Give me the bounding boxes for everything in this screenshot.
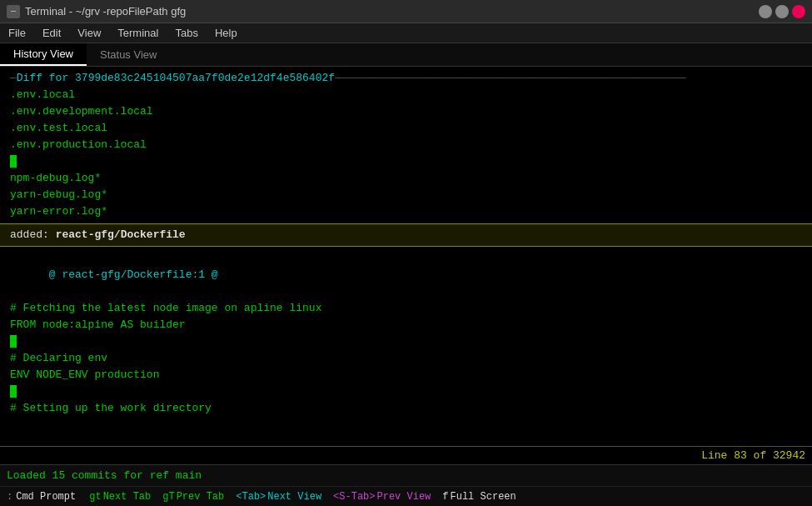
menu-terminal[interactable]: Terminal [109,25,167,41]
main-content: — Diff for 3799de83c245104507aa7f0de2e12… [0,67,812,506]
diff-header: — Diff for 3799de83c245104507aa7f0de2e12… [0,70,812,87]
titlebar-left: — Terminal - ~/grv -repoFilePath gfg [7,5,186,18]
close-button[interactable]: × [792,5,805,18]
menu-tabs[interactable]: Tabs [167,25,206,41]
line-env-test: .env.test.local [0,120,812,137]
line-env-local: .env.local [0,87,812,103]
kb-stab-label: Prev View [377,491,431,503]
line-comment-fetch: # Fetching the latest node image on apli… [0,300,812,317]
titlebar: — Terminal - ~/grv -repoFilePath gfg _ □… [0,0,812,23]
kb-tab-key: <Tab> [236,491,266,503]
menubar: File Edit View Terminal Tabs Help [0,23,812,43]
tabbar: History View Status View [0,43,812,67]
line-env-prod: .env.production.local [0,137,812,153]
line-comment-workdir: # Setting up the work directory [0,400,812,417]
titlebar-controls: _ □ × [759,5,805,18]
kb-gt-label: Next Tab [103,491,152,503]
code-area: — Diff for 3799de83c245104507aa7f0de2e12… [0,67,812,446]
statusbar: Loaded 15 commits for ref main [0,464,812,486]
keybindings-bar: : Cmd Prompt gt Next Tab gT Prev Tab <Ta… [0,486,812,506]
line-from: FROM node:alpine AS builder [0,317,812,333]
maximize-button[interactable]: □ [775,5,789,18]
line-blank-cursor-2 [0,333,812,350]
menu-view[interactable]: View [69,25,109,41]
line-indicator-bar: Line 83 of 32942 [0,446,812,464]
cursor-block-1 [10,155,17,168]
line-env-node: ENV NODE_ENV production [0,367,812,383]
line-npm-debug: npm-debug.log* [0,170,812,187]
tab-status-view[interactable]: Status View [87,43,170,66]
kb-gT-key: gT [162,491,174,503]
line-indicator: Line 83 of 32942 [701,449,805,462]
window-title: Terminal - ~/grv -repoFilePath gfg [25,5,186,18]
kb-stab-key: <S-Tab> [333,491,375,503]
kb-fullscreen-label: Full Screen [451,491,516,503]
line-blank-cursor-1 [0,153,812,170]
statusbar-text: Loaded 15 commits for ref main [7,469,202,482]
line-yarn-debug: yarn-debug.log* [0,187,812,203]
cursor-block-2 [10,335,17,348]
cursor-block-3 [10,385,17,398]
tab-history-view[interactable]: History View [0,43,87,66]
menu-file[interactable]: File [0,25,34,41]
menu-edit[interactable]: Edit [34,25,69,41]
added-file-line: added: react-gfg/Dockerfile [0,223,812,247]
line-yarn-error: yarn-error.log* [0,203,812,220]
menu-help[interactable]: Help [207,25,246,41]
minimize-button[interactable]: _ [759,5,772,18]
terminal-icon: — [7,5,20,18]
line-env-dev: .env.development.local [0,103,812,120]
kb-colon: : [7,491,12,503]
diff-range-line: @ react-gfg/Dockerfile:1 @ [0,250,812,300]
kb-gT-label: Prev Tab [177,491,225,503]
kb-tab-label: Next View [267,491,321,503]
line-blank-cursor-3 [0,383,812,400]
kb-cmd-key: Cmd Prompt [16,491,76,503]
kb-f-key: f [442,491,448,503]
line-comment-declaring: # Declaring env [0,350,812,367]
kb-gt-key: gt [89,491,101,503]
